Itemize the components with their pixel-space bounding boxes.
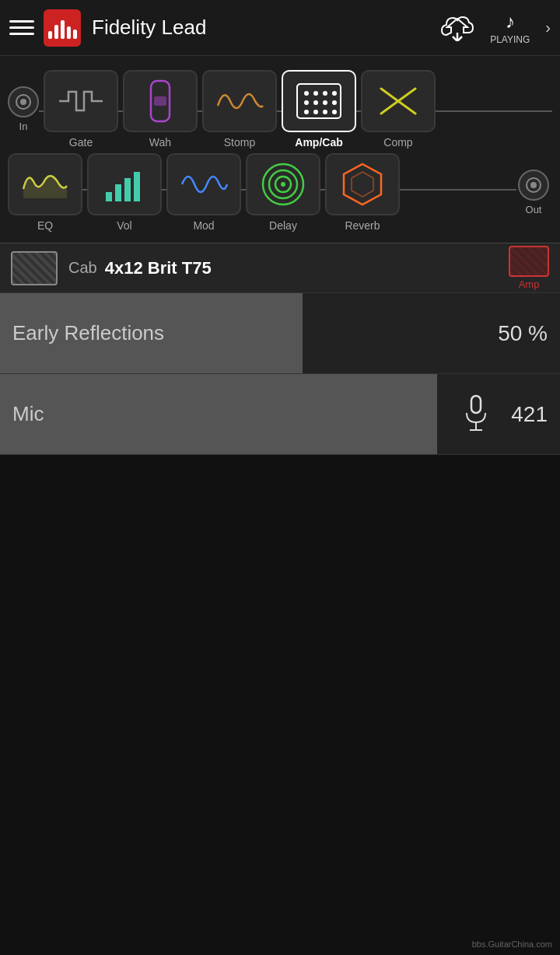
logo bbox=[44, 9, 81, 47]
output-node: Out bbox=[518, 170, 549, 215]
reverb-box[interactable] bbox=[325, 153, 400, 215]
chain-node-vol[interactable]: Vol bbox=[87, 153, 162, 232]
ampcab-box[interactable] bbox=[282, 70, 356, 132]
music-note-icon: ♪ bbox=[506, 11, 515, 33]
reverb-label: Reverb bbox=[345, 219, 380, 232]
chain-node-mod[interactable]: Mod bbox=[166, 153, 241, 232]
svg-rect-23 bbox=[134, 172, 140, 201]
svg-point-17 bbox=[332, 110, 337, 114]
chain-node-stomp[interactable]: Stomp bbox=[202, 70, 277, 149]
early-reflections-row[interactable]: Early Reflections 50 % bbox=[0, 293, 560, 374]
svg-point-27 bbox=[281, 182, 285, 187]
input-label: In bbox=[19, 121, 28, 132]
mic-position-indicator bbox=[462, 394, 490, 435]
chain-node-eq[interactable]: EQ bbox=[8, 153, 82, 232]
cloud-upload-icon[interactable] bbox=[440, 11, 474, 45]
svg-point-14 bbox=[304, 110, 309, 114]
svg-point-11 bbox=[313, 100, 318, 105]
svg-marker-28 bbox=[344, 164, 381, 205]
svg-marker-29 bbox=[352, 172, 373, 197]
svg-point-2 bbox=[20, 99, 26, 105]
input-circle[interactable] bbox=[8, 86, 39, 117]
header: Fidelity Lead ♪ PLAYING › bbox=[0, 0, 560, 56]
eq-box[interactable] bbox=[8, 153, 82, 215]
wah-box[interactable] bbox=[123, 70, 198, 132]
comp-label: Comp bbox=[383, 136, 412, 149]
svg-point-6 bbox=[304, 91, 309, 96]
eq-label: EQ bbox=[37, 219, 53, 232]
cab-panel: Cab 4x12 Brit T75 Amp Early Reflections … bbox=[0, 243, 560, 455]
mod-label: Mod bbox=[193, 219, 214, 232]
cab-label: Cab bbox=[68, 259, 97, 277]
early-reflections-label: Early Reflections bbox=[0, 321, 171, 345]
gate-label: Gate bbox=[69, 136, 93, 149]
svg-point-10 bbox=[304, 100, 309, 105]
signal-chain: In Gate Wah bbox=[0, 56, 560, 243]
svg-rect-20 bbox=[106, 192, 112, 201]
menu-button[interactable] bbox=[9, 16, 34, 40]
app-title: Fidelity Lead bbox=[92, 16, 440, 40]
watermark: bbs.GuitarChina.com bbox=[472, 939, 552, 949]
svg-point-12 bbox=[323, 100, 327, 105]
svg-point-31 bbox=[530, 182, 537, 188]
svg-point-13 bbox=[332, 100, 337, 105]
chain-node-delay[interactable]: Delay bbox=[246, 153, 320, 232]
delay-label: Delay bbox=[269, 219, 297, 232]
svg-point-15 bbox=[313, 110, 318, 114]
amp-icon bbox=[509, 246, 549, 277]
chain-node-gate[interactable]: Gate bbox=[44, 70, 118, 149]
wah-label: Wah bbox=[149, 136, 171, 149]
vol-label: Vol bbox=[117, 219, 131, 232]
delay-box[interactable] bbox=[246, 153, 320, 215]
svg-point-8 bbox=[323, 91, 327, 96]
mic-row[interactable]: Mic 421 bbox=[0, 374, 560, 455]
early-reflections-value: 50 % bbox=[498, 321, 560, 346]
playing-label: PLAYING bbox=[490, 34, 530, 45]
chain-node-wah[interactable]: Wah bbox=[123, 70, 198, 149]
svg-rect-21 bbox=[115, 184, 121, 201]
header-actions: ♪ PLAYING › bbox=[440, 11, 551, 45]
cab-icon bbox=[11, 251, 58, 285]
playing-section[interactable]: ♪ PLAYING bbox=[490, 11, 530, 45]
svg-point-9 bbox=[332, 91, 337, 96]
svg-point-16 bbox=[323, 110, 327, 114]
output-label: Out bbox=[526, 204, 542, 215]
chain-node-ampcab[interactable]: Amp/Cab bbox=[282, 70, 356, 149]
svg-rect-22 bbox=[124, 178, 131, 201]
chain-node-reverb[interactable]: Reverb bbox=[325, 153, 400, 232]
stomp-box[interactable] bbox=[202, 70, 277, 132]
mic-label: Mic bbox=[0, 402, 171, 426]
chain-node-comp[interactable]: Comp bbox=[361, 70, 436, 149]
amp-button[interactable]: Amp bbox=[509, 246, 549, 290]
gate-box[interactable] bbox=[44, 70, 118, 132]
svg-rect-4 bbox=[154, 96, 166, 106]
comp-box[interactable] bbox=[361, 70, 436, 132]
amp-label: Amp bbox=[519, 278, 540, 290]
cab-header: Cab 4x12 Brit T75 Amp bbox=[0, 243, 560, 293]
stomp-label: Stomp bbox=[224, 136, 255, 149]
mod-box[interactable] bbox=[166, 153, 241, 215]
vol-box[interactable] bbox=[87, 153, 162, 215]
cab-name: 4x12 Brit T75 bbox=[105, 258, 509, 278]
svg-rect-32 bbox=[471, 396, 481, 413]
svg-point-7 bbox=[313, 91, 318, 96]
input-node: In bbox=[8, 86, 39, 132]
chevron-right-icon[interactable]: › bbox=[545, 19, 551, 37]
output-circle[interactable] bbox=[518, 170, 549, 201]
mic-value: 421 bbox=[511, 402, 560, 427]
ampcab-label: Amp/Cab bbox=[295, 136, 342, 149]
